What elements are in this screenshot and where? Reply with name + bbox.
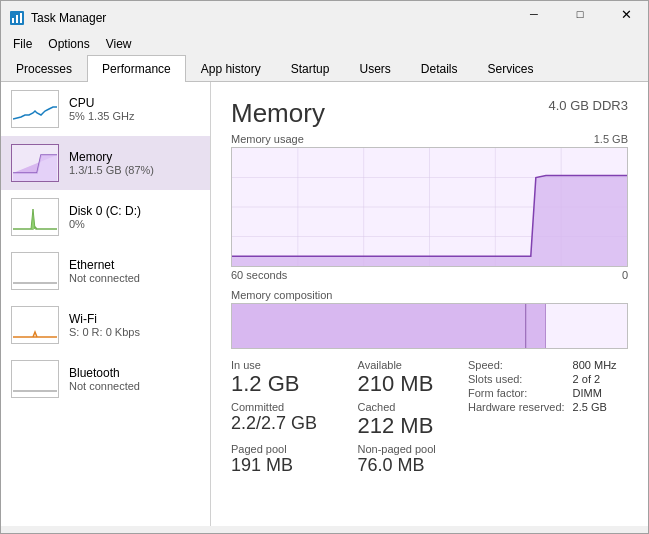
bluetooth-detail: Not connected [69, 380, 200, 392]
svg-rect-1 [12, 18, 14, 23]
info-grid: Speed: 800 MHz Slots used: 2 of 2 Form f… [468, 359, 628, 413]
memory-usage-section: Memory usage 1.5 GB [231, 133, 628, 281]
cpu-icon [11, 90, 59, 128]
stats-left: In use 1.2 GB Available 210 MB Committed… [231, 359, 468, 476]
svg-rect-23 [546, 304, 627, 348]
composition-label: Memory composition [231, 289, 628, 301]
sidebar-item-wifi[interactable]: Wi-Fi S: 0 R: 0 Kbps [1, 298, 210, 352]
menu-bar: File Options View [1, 33, 648, 55]
sidebar-item-cpu[interactable]: CPU 5% 1.35 GHz [1, 82, 210, 136]
svg-rect-2 [16, 15, 18, 23]
bluetooth-icon [11, 360, 59, 398]
svg-rect-3 [20, 13, 22, 23]
disk-icon [11, 198, 59, 236]
wifi-icon [11, 306, 59, 344]
cpu-label: CPU [69, 96, 200, 110]
paged-value: 191 MB [231, 455, 342, 476]
in-use-block: In use 1.2 GB [231, 359, 342, 397]
composition-section: Memory composition [231, 289, 628, 349]
stats-section: In use 1.2 GB Available 210 MB Committed… [231, 359, 628, 476]
tab-details[interactable]: Details [406, 55, 473, 82]
tab-users[interactable]: Users [344, 55, 405, 82]
tab-bar: Processes Performance App history Startu… [1, 55, 648, 82]
memory-detail: 1.3/1.5 GB (87%) [69, 164, 200, 176]
committed-label: Committed [231, 401, 342, 413]
sidebar-item-memory[interactable]: Memory 1.3/1.5 GB (87%) [1, 136, 210, 190]
nonpaged-label: Non-paged pool [358, 443, 469, 455]
time-start: 60 seconds [231, 269, 287, 281]
content-header: Memory 4.0 GB DDR3 [231, 98, 628, 129]
cpu-detail: 5% 1.35 GHz [69, 110, 200, 122]
ethernet-icon [11, 252, 59, 290]
graph-label: Memory usage [231, 133, 304, 145]
tab-app-history[interactable]: App history [186, 55, 276, 82]
cached-value: 212 MB [358, 413, 469, 439]
content-panel: Memory 4.0 GB DDR3 Memory usage 1.5 GB [211, 82, 648, 526]
slots-val: 2 of 2 [573, 373, 628, 385]
disk-detail: 0% [69, 218, 200, 230]
graph-max: 1.5 GB [594, 133, 628, 145]
in-use-label: In use [231, 359, 342, 371]
sidebar: CPU 5% 1.35 GHz Memory 1.3/1.5 GB (87% [1, 82, 211, 526]
memory-label: Memory [69, 150, 200, 164]
content-subtitle: 4.0 GB DDR3 [549, 98, 628, 113]
bluetooth-label: Bluetooth [69, 366, 200, 380]
speed-val: 800 MHz [573, 359, 628, 371]
cached-label: Cached [358, 401, 469, 413]
menu-options[interactable]: Options [40, 35, 97, 53]
in-use-value: 1.2 GB [231, 371, 342, 397]
info-right: Speed: 800 MHz Slots used: 2 of 2 Form f… [468, 359, 628, 476]
sidebar-item-disk[interactable]: Disk 0 (C: D:) 0% [1, 190, 210, 244]
svg-rect-20 [232, 304, 546, 348]
hw-val: 2.5 GB [573, 401, 628, 413]
sidebar-item-ethernet[interactable]: Ethernet Not connected [1, 244, 210, 298]
menu-view[interactable]: View [98, 35, 140, 53]
close-button[interactable]: ✕ [603, 0, 649, 28]
available-value: 210 MB [358, 371, 469, 397]
cached-block: Cached 212 MB [358, 401, 469, 439]
memory-icon [11, 144, 59, 182]
tab-performance[interactable]: Performance [87, 55, 186, 82]
nonpaged-value: 76.0 MB [358, 455, 469, 476]
nonpaged-block: Non-paged pool 76.0 MB [358, 443, 469, 476]
disk-label: Disk 0 (C: D:) [69, 204, 200, 218]
tab-startup[interactable]: Startup [276, 55, 345, 82]
speed-key: Speed: [468, 359, 565, 371]
content-title: Memory [231, 98, 325, 129]
window-controls: ─ □ ✕ [511, 0, 649, 28]
composition-graph [231, 303, 628, 349]
form-val: DIMM [573, 387, 628, 399]
sidebar-item-bluetooth[interactable]: Bluetooth Not connected [1, 352, 210, 406]
menu-file[interactable]: File [5, 35, 40, 53]
available-block: Available 210 MB [358, 359, 469, 397]
maximize-button[interactable]: □ [557, 0, 603, 28]
main-area: CPU 5% 1.35 GHz Memory 1.3/1.5 GB (87% [1, 82, 648, 526]
committed-value: 2.2/2.7 GB [231, 413, 342, 434]
paged-label: Paged pool [231, 443, 342, 455]
wifi-label: Wi-Fi [69, 312, 200, 326]
tab-processes[interactable]: Processes [1, 55, 87, 82]
time-end: 0 [622, 269, 628, 281]
memory-usage-graph [231, 147, 628, 267]
minimize-button[interactable]: ─ [511, 0, 557, 28]
committed-block: Committed 2.2/2.7 GB [231, 401, 342, 439]
paged-block: Paged pool 191 MB [231, 443, 342, 476]
window-title: Task Manager [31, 11, 106, 25]
title-bar: Task Manager ─ □ ✕ [1, 1, 648, 33]
app-icon [9, 10, 25, 26]
ethernet-detail: Not connected [69, 272, 200, 284]
available-label: Available [358, 359, 469, 371]
tab-services[interactable]: Services [473, 55, 549, 82]
slots-key: Slots used: [468, 373, 565, 385]
ethernet-label: Ethernet [69, 258, 200, 272]
form-key: Form factor: [468, 387, 565, 399]
wifi-detail: S: 0 R: 0 Kbps [69, 326, 200, 338]
hw-key: Hardware reserved: [468, 401, 565, 413]
